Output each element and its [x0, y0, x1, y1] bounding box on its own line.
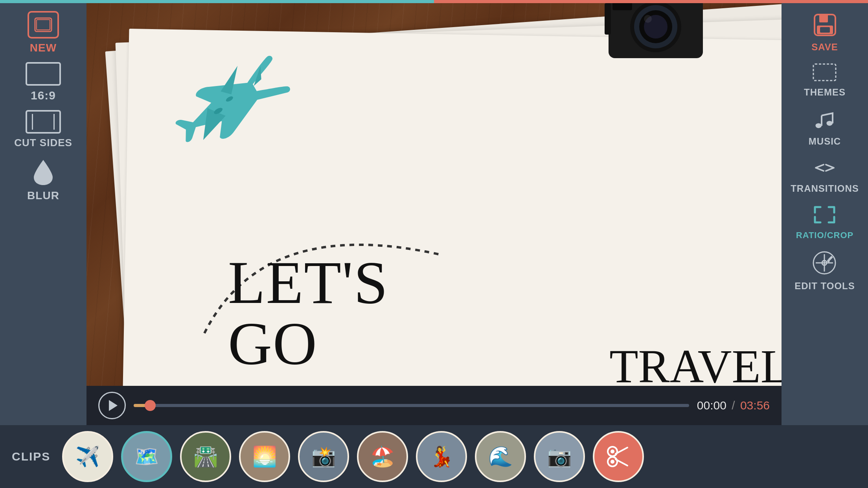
sidebar-item-themes[interactable]: THEMES: [804, 62, 846, 98]
playback-bar: 00:00 / 03:56: [86, 386, 782, 425]
cut-sides-icon: [26, 110, 61, 134]
svg-point-25: [611, 449, 614, 453]
travel-bottom-text: TRAVEL: [609, 340, 782, 386]
sidebar-item-ratio-crop-label: RATIO/CROP: [796, 230, 853, 240]
svg-rect-3: [605, 3, 611, 35]
clip-thumb-9: 📷: [535, 433, 583, 481]
clip-item-7[interactable]: 💃: [416, 431, 467, 482]
svg-rect-1: [37, 20, 50, 30]
right-sidebar: SAVE THEMES MUSIC: [782, 3, 868, 425]
ratio-crop-svg: [812, 204, 837, 226]
bottom-area: CLIPS ✈️ 🗺️ 🛣️ 🌅 📸 🏖️ 💃 🌊 📷: [0, 425, 868, 488]
top-bar-right: [434, 0, 868, 3]
clip-thumb-3: 🛣️: [182, 433, 230, 481]
music-svg: [813, 108, 837, 131]
time-separator: /: [732, 399, 738, 412]
clip-item-5[interactable]: 📸: [298, 431, 349, 482]
svg-rect-0: [35, 18, 51, 31]
time-total: 03:56: [740, 399, 770, 412]
play-button[interactable]: [98, 392, 126, 419]
clip-thumb-6: 🏖️: [359, 433, 406, 481]
edit-tools-svg: [812, 250, 837, 276]
music-icon: [813, 108, 837, 133]
svg-rect-18: [813, 64, 836, 81]
clip-item-9[interactable]: 📷: [534, 431, 585, 482]
left-sidebar: NEW 16:9 CUT SIDES BLUR: [0, 3, 86, 425]
sidebar-item-ratio-crop[interactable]: RATIO/CROP: [796, 204, 853, 240]
sidebar-item-save-label: SAVE: [811, 42, 838, 53]
svg-point-26: [611, 460, 614, 464]
svg-rect-17: [820, 27, 830, 33]
clip-item-6[interactable]: 🏖️: [357, 431, 408, 482]
clip-thumb-7: 💃: [417, 433, 465, 481]
clips-label: CLIPS: [12, 450, 50, 463]
sidebar-item-transitions-label: TRANSITIONS: [791, 183, 859, 194]
ratio-icon: [26, 62, 61, 86]
airplane-container: [149, 39, 299, 174]
scene-wrapper: LET'S GO TRAVEL: [86, 3, 782, 386]
svg-rect-15: [819, 15, 828, 22]
top-bar: [0, 0, 868, 3]
clip-item-8[interactable]: 🌊: [475, 431, 526, 482]
main-area: NEW 16:9 CUT SIDES BLUR: [0, 3, 868, 425]
sidebar-item-edit-tools[interactable]: EDIT TOOLS: [794, 250, 855, 292]
top-bar-left: [0, 0, 434, 3]
sidebar-item-save[interactable]: SAVE: [811, 11, 839, 53]
clip-thumb-5: 📸: [300, 433, 348, 481]
play-triangle-icon: [109, 400, 118, 411]
sidebar-item-new[interactable]: NEW: [28, 11, 59, 54]
time-display: 00:00 / 03:56: [697, 399, 770, 412]
svg-point-11: [644, 15, 652, 23]
sidebar-item-cut-sides[interactable]: CUT SIDES: [14, 110, 72, 149]
sidebar-item-blur[interactable]: BLUR: [27, 157, 59, 202]
go-text: GO: [228, 313, 388, 374]
sidebar-item-blur-label: BLUR: [27, 189, 59, 202]
sidebar-item-transitions[interactable]: TRANSITIONS: [791, 157, 859, 194]
blur-icon: [28, 157, 58, 186]
blur-drop-svg: [31, 158, 55, 185]
transitions-svg: [812, 157, 837, 178]
clip-thumb-2: 🗺️: [123, 433, 170, 480]
sidebar-item-cut-sides-label: CUT SIDES: [14, 137, 72, 149]
video-frame: LET'S GO TRAVEL: [86, 3, 782, 386]
sidebar-item-themes-label: THEMES: [804, 87, 846, 98]
scissors-icon: [605, 443, 632, 470]
travel-text-bottom: TRAVEL: [609, 339, 782, 386]
clip-thumb-8: 🌊: [476, 433, 524, 481]
clip-item-3[interactable]: 🛣️: [180, 431, 231, 482]
sidebar-item-ratio[interactable]: 16:9: [26, 62, 61, 102]
clip-item-4[interactable]: 🌅: [239, 431, 290, 482]
time-current: 00:00: [697, 399, 726, 412]
themes-icon: [812, 62, 837, 84]
sidebar-item-music[interactable]: MUSIC: [809, 108, 841, 147]
new-icon-svg: [33, 17, 53, 33]
ratio-crop-icon: [812, 204, 837, 227]
transitions-icon: [812, 157, 837, 180]
add-clip-button[interactable]: [593, 431, 644, 482]
sidebar-item-ratio-label: 16:9: [31, 89, 56, 102]
save-svg: [812, 12, 838, 38]
clip-item-2[interactable]: 🗺️: [121, 431, 172, 482]
edit-tools-icon: [812, 250, 837, 277]
svg-rect-10: [612, 3, 632, 10]
clip-thumb-1: ✈️: [64, 433, 112, 481]
sidebar-item-music-label: MUSIC: [809, 136, 841, 147]
sidebar-item-new-label: NEW: [30, 42, 57, 54]
clip-thumb-4: 🌅: [241, 433, 289, 481]
progress-thumb[interactable]: [145, 400, 156, 411]
progress-track[interactable]: [134, 404, 689, 407]
camera-svg: [601, 3, 711, 66]
main-text-content: LET'S GO: [228, 252, 388, 374]
save-icon: [811, 11, 839, 39]
lets-text: LET'S: [228, 252, 388, 313]
video-container: LET'S GO TRAVEL: [86, 3, 782, 425]
clip-item-1[interactable]: ✈️: [62, 431, 113, 482]
airplane-svg: [149, 39, 299, 172]
new-icon: [28, 11, 59, 39]
sidebar-item-edit-tools-label: EDIT TOOLS: [794, 281, 855, 292]
camera-shape: [601, 3, 711, 66]
themes-svg: [812, 62, 837, 82]
